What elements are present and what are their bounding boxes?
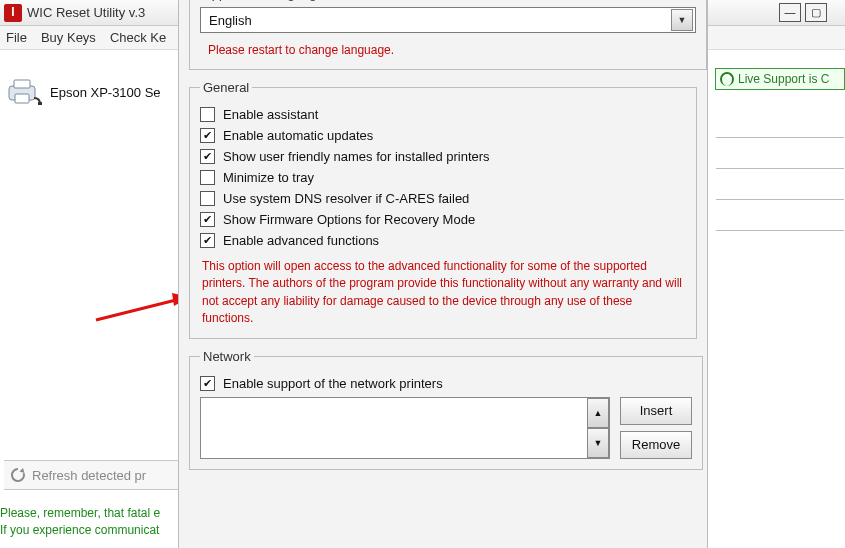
advanced-warning: This option will open access to the adva… [202, 258, 684, 328]
checkbox[interactable] [200, 107, 215, 122]
option-enable-updates[interactable]: Enable automatic updates [200, 128, 686, 143]
option-label: Use system DNS resolver if C-ARES failed [223, 191, 469, 206]
language-legend: Application language [200, 0, 327, 1]
checkbox[interactable] [200, 149, 215, 164]
menu-file[interactable]: File [6, 30, 27, 45]
language-value: English [209, 13, 252, 28]
checkbox[interactable] [200, 212, 215, 227]
option-label: Enable advanced functions [223, 233, 379, 248]
checkbox[interactable] [200, 191, 215, 206]
checkbox[interactable] [200, 128, 215, 143]
settings-dialog: Application language English Please rest… [178, 0, 708, 548]
headset-icon [720, 72, 734, 86]
chevron-down-icon[interactable] [671, 9, 693, 31]
svg-rect-1 [14, 80, 30, 88]
printer-name: Epson XP-3100 Se [50, 85, 161, 100]
option-label: Show user friendly names for installed p… [223, 149, 490, 164]
refresh-label: Refresh detected pr [32, 468, 146, 483]
svg-line-4 [96, 300, 176, 320]
option-label: Enable automatic updates [223, 128, 373, 143]
checkbox[interactable] [200, 170, 215, 185]
general-legend: General [200, 80, 252, 95]
option-label: Enable assistant [223, 107, 318, 122]
svg-rect-2 [15, 94, 29, 103]
network-legend: Network [200, 349, 254, 364]
option-label: Show Firmware Options for Recovery Mode [223, 212, 475, 227]
live-support-label: Live Support is C [738, 72, 829, 86]
list-scroll-up[interactable]: ▲ [587, 398, 609, 428]
insert-button[interactable]: Insert [620, 397, 692, 425]
printer-row[interactable]: Epson XP-3100 Se [6, 78, 161, 106]
printer-icon [6, 78, 42, 106]
remove-button[interactable]: Remove [620, 431, 692, 459]
minimize-button[interactable]: — [779, 3, 801, 22]
checkbox[interactable] [200, 376, 215, 391]
language-restart-note: Please restart to change language. [208, 43, 696, 57]
network-group: Network Enable support of the network pr… [189, 349, 703, 470]
option-label: Enable support of the network printers [223, 376, 443, 391]
divider [716, 168, 844, 169]
option-friendly-names[interactable]: Show user friendly names for installed p… [200, 149, 686, 164]
divider [716, 230, 844, 231]
option-firmware-recovery[interactable]: Show Firmware Options for Recovery Mode [200, 212, 686, 227]
app-icon [4, 4, 22, 22]
option-network-printers[interactable]: Enable support of the network printers [200, 376, 692, 391]
network-printers-list[interactable]: ▲ ▼ [200, 397, 610, 459]
status-line-2: If you experience communicat [0, 522, 180, 539]
general-group: General Enable assistant Enable automati… [189, 80, 697, 339]
option-enable-assistant[interactable]: Enable assistant [200, 107, 686, 122]
divider [716, 199, 844, 200]
option-enable-advanced[interactable]: Enable advanced functions [200, 233, 686, 248]
refresh-button[interactable]: Refresh detected pr [4, 460, 180, 490]
status-line-1: Please, remember, that fatal e [0, 505, 180, 522]
app-title: WIC Reset Utility v.3 [27, 5, 145, 20]
menu-buy-keys[interactable]: Buy Keys [41, 30, 96, 45]
language-select[interactable]: English [200, 7, 696, 33]
checkbox[interactable] [200, 233, 215, 248]
option-dns-resolver[interactable]: Use system DNS resolver if C-ARES failed [200, 191, 686, 206]
divider [716, 137, 844, 138]
refresh-icon [10, 467, 26, 483]
option-label: Minimize to tray [223, 170, 314, 185]
live-support-link[interactable]: Live Support is C [715, 68, 845, 90]
list-scroll-down[interactable]: ▼ [587, 428, 609, 458]
annotation-arrow [92, 290, 192, 330]
language-group: Application language English Please rest… [189, 0, 707, 70]
option-minimize-tray[interactable]: Minimize to tray [200, 170, 686, 185]
svg-rect-3 [38, 102, 42, 105]
menu-check[interactable]: Check Ke [110, 30, 166, 45]
status-messages: Please, remember, that fatal e If you ex… [0, 505, 180, 540]
maximize-button[interactable]: ▢ [805, 3, 827, 22]
